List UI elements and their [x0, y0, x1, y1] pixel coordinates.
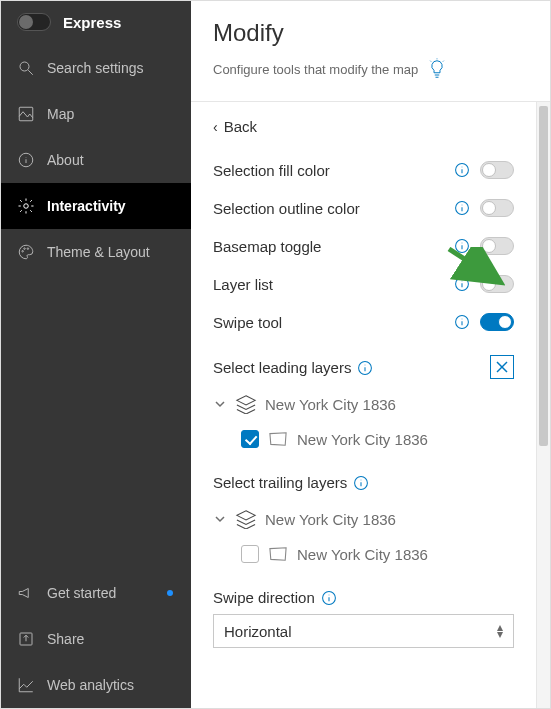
info-icon[interactable] [357, 360, 373, 376]
sidebar-item-label: Get started [47, 585, 155, 601]
setting-selection-outline-color: Selection outline color [191, 189, 536, 227]
map-icon [17, 105, 35, 123]
svg-line-12 [443, 61, 444, 62]
svg-point-9 [27, 248, 29, 250]
setting-label: Swipe tool [213, 314, 444, 331]
sidebar-item-label: Search settings [47, 60, 175, 76]
info-icon[interactable] [454, 238, 470, 254]
layer-icon [267, 545, 289, 563]
setting-label: Selection fill color [213, 162, 444, 179]
chevron-down-icon [213, 512, 227, 526]
layer-checkbox[interactable] [241, 545, 259, 563]
layer-group-label: New York City 1836 [265, 396, 396, 413]
sidebar-item-get-started[interactable]: Get started [1, 570, 191, 616]
express-row: Express [1, 1, 191, 45]
lightbulb-icon[interactable] [428, 57, 446, 81]
setting-toggle[interactable] [480, 199, 514, 217]
svg-marker-36 [237, 396, 255, 405]
setting-swipe-tool: Swipe tool [191, 303, 536, 341]
setting-label: Selection outline color [213, 200, 444, 217]
setting-selection-fill-color: Selection fill color [191, 151, 536, 189]
info-icon[interactable] [353, 475, 369, 491]
sidebar-item-interactivity[interactable]: Interactivity [1, 183, 191, 229]
search-icon [17, 59, 35, 77]
setting-toggle[interactable] [480, 313, 514, 331]
main-panel: Modify Configure tools that modify the m… [191, 1, 550, 708]
layer-group-row[interactable]: New York City 1836 [213, 386, 514, 422]
page-subtitle: Configure tools that modify the map [213, 62, 418, 77]
heading-label: Select leading layers [213, 359, 351, 376]
setting-layer-list: Layer list [191, 265, 536, 303]
info-icon [17, 151, 35, 169]
sidebar-item-web-analytics[interactable]: Web analytics [1, 662, 191, 708]
notification-dot [167, 590, 173, 596]
brand-label: Express [63, 14, 121, 31]
svg-line-13 [430, 61, 431, 62]
share-icon [17, 630, 35, 648]
setting-toggle[interactable] [480, 161, 514, 179]
select-value: Horizontal [224, 623, 292, 640]
megaphone-icon [17, 584, 35, 602]
sidebar-item-label: Share [47, 631, 175, 647]
swipe-direction-label-row: Swipe direction [191, 571, 536, 614]
sidebar-item-search-settings[interactable]: Search settings [1, 45, 191, 91]
express-mode-toggle[interactable] [17, 13, 51, 31]
info-icon[interactable] [454, 200, 470, 216]
swipe-direction-label: Swipe direction [213, 589, 315, 606]
svg-point-0 [20, 62, 29, 71]
chevron-down-icon [213, 397, 227, 411]
header: Modify Configure tools that modify the m… [191, 1, 550, 102]
layer-group-label: New York City 1836 [265, 511, 396, 528]
setting-basemap-toggle: Basemap toggle [191, 227, 536, 265]
chevron-left-icon: ‹ [213, 119, 218, 135]
trailing-layers-tree: New York City 1836 New York City 1836 [191, 501, 536, 571]
svg-point-6 [24, 204, 29, 209]
sidebar-item-label: About [47, 152, 175, 168]
layer-group-row[interactable]: New York City 1836 [213, 501, 514, 537]
svg-point-7 [22, 251, 24, 253]
trailing-layers-heading: Select trailing layers [191, 456, 536, 501]
setting-toggle[interactable] [480, 275, 514, 293]
svg-line-1 [28, 70, 33, 75]
sidebar: Express Search settings Map About Intera [1, 1, 191, 708]
setting-label: Layer list [213, 276, 444, 293]
layer-child-row[interactable]: New York City 1836 [213, 422, 514, 456]
sidebar-item-label: Map [47, 106, 175, 122]
sidebar-item-label: Interactivity [47, 198, 175, 214]
scrollbar[interactable] [536, 102, 550, 708]
layer-checkbox[interactable] [241, 430, 259, 448]
sidebar-item-theme-layout[interactable]: Theme & Layout [1, 229, 191, 275]
layers-icon [235, 394, 257, 414]
analytics-icon [17, 676, 35, 694]
heading-label: Select trailing layers [213, 474, 347, 491]
content: ‹ Back Selection fill color Selection ou… [191, 102, 536, 708]
leading-layers-tree: New York City 1836 New York City 1836 [191, 386, 536, 456]
layers-icon [235, 509, 257, 529]
sidebar-item-share[interactable]: Share [1, 616, 191, 662]
setting-toggle[interactable] [480, 237, 514, 255]
info-icon[interactable] [454, 276, 470, 292]
info-icon[interactable] [454, 162, 470, 178]
layer-icon [267, 430, 289, 448]
setting-label: Basemap toggle [213, 238, 444, 255]
info-icon[interactable] [321, 590, 337, 606]
layer-child-label: New York City 1836 [297, 431, 428, 448]
leading-layers-heading: Select leading layers [191, 341, 536, 386]
sidebar-item-map[interactable]: Map [1, 91, 191, 137]
sidebar-item-about[interactable]: About [1, 137, 191, 183]
swipe-direction-select[interactable]: Horizontal ▴▾ [213, 614, 514, 648]
back-label: Back [224, 118, 257, 135]
layer-child-row[interactable]: New York City 1836 [213, 537, 514, 571]
gear-icon [17, 197, 35, 215]
layer-child-label: New York City 1836 [297, 546, 428, 563]
page-title: Modify [213, 19, 528, 47]
info-icon[interactable] [454, 314, 470, 330]
select-chevrons-icon: ▴▾ [497, 624, 503, 638]
sidebar-item-label: Web analytics [47, 677, 175, 693]
svg-marker-40 [237, 511, 255, 520]
palette-icon [17, 243, 35, 261]
sidebar-item-label: Theme & Layout [47, 244, 175, 260]
back-button[interactable]: ‹ Back [191, 102, 536, 151]
close-button[interactable] [490, 355, 514, 379]
scrollbar-thumb[interactable] [539, 106, 548, 446]
